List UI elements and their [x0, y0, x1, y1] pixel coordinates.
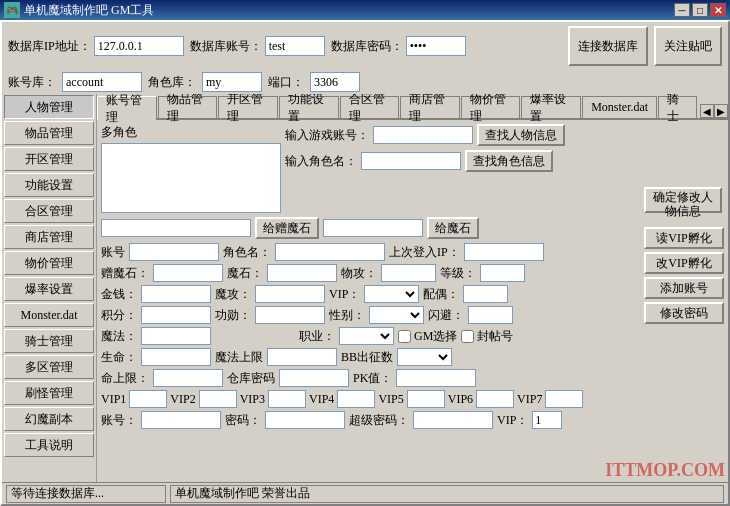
multi-char-list[interactable] [101, 143, 281, 213]
vip1-input[interactable] [129, 390, 167, 408]
pk-input[interactable] [396, 369, 476, 387]
tab-wupin[interactable]: 物品管理 [158, 96, 218, 118]
tab-gongneng[interactable]: 功能设置 [279, 96, 339, 118]
sidebar-item-baolv[interactable]: 爆率设置 [4, 277, 94, 301]
sidebar-item-huanmo[interactable]: 幻魔副本 [4, 407, 94, 431]
spell-input[interactable] [141, 327, 211, 345]
tab-hequ[interactable]: 合区管理 [340, 96, 400, 118]
change-pwd-button[interactable]: 修改密码 [644, 302, 724, 324]
gift-magic-stone-button[interactable]: 给魔石 [427, 217, 479, 239]
life-input[interactable] [141, 348, 211, 366]
sidebar-item-gongneng[interactable]: 功能设置 [4, 173, 94, 197]
tab-wujia[interactable]: 物价管理 [461, 96, 521, 118]
close-post-button[interactable]: 关注贴吧 [654, 26, 722, 66]
tab-account[interactable]: 账号管理 [97, 96, 157, 120]
phys-atk-input[interactable] [381, 264, 436, 282]
job-label: 职业： [299, 328, 335, 345]
vip2-input[interactable] [199, 390, 237, 408]
magic-stone-val-input[interactable] [267, 264, 337, 282]
magic-stone-gift-input[interactable] [323, 219, 423, 237]
maximize-button[interactable]: □ [692, 3, 708, 17]
char-name-input[interactable] [361, 152, 461, 170]
sidebar-item-hequ[interactable]: 合区管理 [4, 199, 94, 223]
life-limit-input[interactable] [153, 369, 223, 387]
flash-input[interactable] [468, 306, 513, 324]
add-account-button[interactable]: 添加账号 [644, 277, 724, 299]
account2-input[interactable] [141, 411, 221, 429]
tab-next-button[interactable]: ▶ [714, 104, 728, 118]
seal-checkbox[interactable] [461, 330, 474, 343]
life-label: 生命： [101, 349, 137, 366]
tab-monster[interactable]: Monster.dat [582, 96, 657, 118]
sidebar-item-shangdian[interactable]: 商店管理 [4, 225, 94, 249]
tab-qishi[interactable]: 骑士 [658, 96, 697, 118]
magic-atk-input[interactable] [255, 285, 325, 303]
sidebar-item-duoqu[interactable]: 多区管理 [4, 355, 94, 379]
close-button[interactable]: ✕ [710, 3, 726, 17]
tab-prev-button[interactable]: ◀ [700, 104, 714, 118]
bb-select[interactable] [397, 348, 452, 366]
gold-input[interactable] [141, 285, 211, 303]
stats-row4: 魔法： 职业： GM选择 封帖 [101, 327, 638, 345]
vip3-input[interactable] [268, 390, 306, 408]
port-input[interactable] [310, 72, 360, 92]
account-info-input[interactable] [129, 243, 219, 261]
super-pwd-input[interactable] [413, 411, 493, 429]
partner-input[interactable] [463, 285, 508, 303]
sidebar-item-qishi[interactable]: 骑士管理 [4, 329, 94, 353]
vip4-label: VIP4 [309, 392, 334, 407]
find-account-button[interactable]: 查找人物信息 [477, 124, 565, 146]
minimize-button[interactable]: ─ [674, 3, 690, 17]
tab-baolv[interactable]: 爆率设置 [521, 96, 581, 118]
job-select[interactable] [339, 327, 394, 345]
vip-right-input[interactable] [532, 411, 562, 429]
change-vip-button[interactable]: 改VIP孵化 [644, 252, 724, 274]
db-account-input[interactable] [265, 36, 325, 56]
read-vip-button[interactable]: 读VIP孵化 [644, 227, 724, 249]
gender-select[interactable] [369, 306, 424, 324]
find-char-button[interactable]: 查找角色信息 [465, 150, 553, 172]
points-input[interactable] [141, 306, 211, 324]
tab-shangdian[interactable]: 商店管理 [400, 96, 460, 118]
sidebar-item-wupin[interactable]: 物品管理 [4, 121, 94, 145]
gift-stone-button[interactable]: 给赠魔石 [255, 217, 319, 239]
connect-db-button[interactable]: 连接数据库 [568, 26, 648, 66]
level-input[interactable] [480, 264, 525, 282]
vip6-input[interactable] [476, 390, 514, 408]
sidebar-item-monster[interactable]: Monster.dat [4, 303, 94, 327]
content-area: 人物管理 物品管理 开区管理 功能设置 合区管理 商店管理 物价管理 爆率设置 [2, 94, 728, 482]
flash-label: 闪避： [428, 307, 464, 324]
sidebar-item-renwu[interactable]: 人物管理 [4, 95, 94, 119]
sidebar-item-gongju[interactable]: 工具说明 [4, 433, 94, 457]
sidebar-item-shuaiguai[interactable]: 刷怪管理 [4, 381, 94, 405]
merit-input[interactable] [255, 306, 325, 324]
warehouse-pwd-label: 仓库密码 [227, 370, 275, 387]
vip-select[interactable] [364, 285, 419, 303]
vip2-label: VIP2 [170, 392, 195, 407]
seal-label: 封帖号 [477, 328, 513, 345]
vip7-input[interactable] [545, 390, 583, 408]
game-account-input[interactable] [373, 126, 473, 144]
gift-stone-val-input[interactable] [153, 264, 223, 282]
password-input[interactable] [265, 411, 345, 429]
vip4-input[interactable] [337, 390, 375, 408]
sidebar-item-kaiqu[interactable]: 开区管理 [4, 147, 94, 171]
char-name-info-input[interactable] [275, 243, 385, 261]
role-db-input[interactable] [202, 72, 262, 92]
last-login-input[interactable] [464, 243, 544, 261]
db-ip-input[interactable] [94, 36, 184, 56]
stats-row1: 赠魔石： 魔石： 物攻： 等级： [101, 264, 638, 282]
sidebar-item-wujia[interactable]: 物价管理 [4, 251, 94, 275]
points-label: 积分： [101, 307, 137, 324]
db-password-input[interactable] [406, 36, 466, 56]
vip5-input[interactable] [407, 390, 445, 408]
tab-kaiqu[interactable]: 开区管理 [218, 96, 278, 118]
life-limit-label: 命上限： [101, 370, 149, 387]
warehouse-pwd-input[interactable] [279, 369, 349, 387]
tab-bar: 账号管理 物品管理 开区管理 功能设置 合区管理 商店管理 物价 [97, 94, 728, 120]
max-magic-input[interactable] [267, 348, 337, 366]
gift-stone-input[interactable] [101, 219, 251, 237]
confirm-modify-button[interactable]: 确定修改人物信息 [644, 187, 722, 213]
gm-select-checkbox[interactable] [398, 330, 411, 343]
account-db-input[interactable] [62, 72, 142, 92]
